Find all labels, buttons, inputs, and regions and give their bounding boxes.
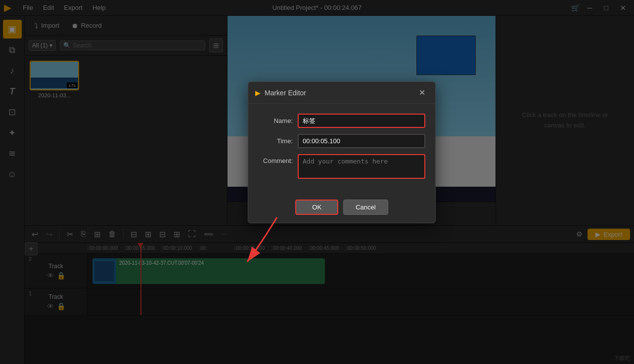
ok-button[interactable]: OK bbox=[295, 200, 338, 215]
modal-body: Name: Time: Comment: bbox=[248, 104, 435, 195]
modal-footer: OK Cancel bbox=[248, 195, 435, 223]
name-input[interactable] bbox=[298, 114, 425, 128]
modal-title: ▶ Marker Editor bbox=[255, 89, 306, 97]
modal-close-button[interactable]: ✕ bbox=[416, 87, 428, 98]
modal-header: ▶ Marker Editor ✕ bbox=[248, 82, 435, 104]
cancel-button[interactable]: Cancel bbox=[343, 200, 388, 215]
marker-icon: ▶ bbox=[255, 89, 261, 97]
comment-input[interactable] bbox=[298, 154, 425, 179]
comment-label: Comment: bbox=[258, 157, 293, 164]
time-row: Time: bbox=[258, 134, 425, 148]
name-row: Name: bbox=[258, 114, 425, 128]
modal-overlay: ▶ Marker Editor ✕ Name: Time: Comment: O… bbox=[0, 0, 634, 364]
time-input[interactable] bbox=[298, 134, 425, 148]
modal-title-text: Marker Editor bbox=[265, 89, 306, 97]
comment-row: Comment: bbox=[258, 154, 425, 179]
name-label: Name: bbox=[258, 117, 293, 124]
marker-editor-modal: ▶ Marker Editor ✕ Name: Time: Comment: O… bbox=[248, 81, 436, 223]
time-label: Time: bbox=[258, 137, 293, 145]
